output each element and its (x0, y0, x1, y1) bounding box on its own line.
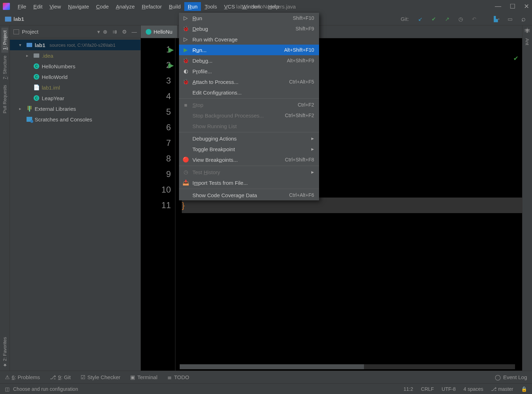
git-pull-icon[interactable]: ↙ (417, 16, 424, 23)
editor-h-scrollbar[interactable] (180, 364, 515, 369)
project-panel-title[interactable]: Project (22, 29, 94, 35)
left-tool-gutter: 1: Project7: StructurePull Requests ★ 2:… (0, 25, 10, 371)
indent-setting[interactable]: 4 spaces (463, 386, 483, 392)
run-menu-show-code-coverage-data[interactable]: Show Code Coverage DataCtrl+Alt+F6 (179, 190, 319, 200)
run-menu-import-tests-from-file---[interactable]: 📥Import Tests from File... (179, 177, 319, 188)
git-push-icon[interactable]: ↗ (444, 16, 451, 23)
menu-vcs[interactable]: VCS (220, 2, 238, 11)
ant-icon: 🕷 (525, 28, 530, 34)
class-icon (146, 29, 151, 35)
git-branch[interactable]: ⎇ master (491, 386, 513, 392)
run-menu-view-breakpoints---[interactable]: 🔴View Breakpoints...Ctrl+Shift+F8 (179, 154, 319, 165)
tree-item-leapyear[interactable]: CLeapYear (10, 93, 140, 103)
run-menu-popup: ▷RunShift+F10🐞DebugShift+F9▷Run with Cov… (179, 13, 319, 200)
file-encoding[interactable]: UTF-8 (442, 386, 456, 392)
event-log-icon: ◯ (495, 374, 501, 381)
menu-code[interactable]: Code (93, 2, 112, 11)
hide-icon[interactable]: — (132, 29, 137, 35)
run-menu-debug---[interactable]: 🐞Debug...Alt+Shift+F9 (179, 55, 319, 66)
search-everywhere-icon[interactable]: ⌕ (520, 16, 527, 23)
lock-icon[interactable]: 🔒 (521, 386, 527, 392)
close-icon[interactable]: ✕ (524, 2, 529, 10)
status-bar: ◫ Choose and run configuration 11:2 CRLF… (0, 383, 532, 394)
sidebar-tab-1--project[interactable]: 1: Project (1, 28, 8, 53)
status-message: Choose and run configuration (13, 386, 78, 392)
run-menu-show-running-list: Show Running List (179, 121, 319, 131)
run-menu-test-history: ◷Test History▸ (179, 167, 319, 177)
bottom-tool-strip: ⚠6: Problems⎇9: Git☑Style Checker▣Termin… (0, 371, 532, 383)
menu-refactor[interactable]: Refactor (138, 2, 166, 11)
caret-position[interactable]: 11:2 (404, 386, 413, 392)
tree-root-label: lab1 (35, 42, 45, 48)
app-icon (3, 3, 10, 10)
minimize-icon[interactable]: — (495, 2, 501, 10)
toolbar-right: Git: ↙ ✔ ↗ ◷ ↶ ▙▪ ▭ ⌕ (401, 16, 527, 23)
menu-analyze[interactable]: Analyze (112, 2, 138, 11)
tree-item--idea[interactable]: ▸.idea (10, 50, 140, 61)
tool-style-checker[interactable]: ☑Style Checker (81, 374, 120, 381)
menu-file[interactable]: File (14, 2, 30, 11)
editor-tab-hellonumbers[interactable]: HelloNu (141, 25, 178, 38)
sidebar-tab-pull-requests[interactable]: Pull Requests (1, 82, 8, 116)
menu-navigate[interactable]: Navigate (64, 2, 92, 11)
tool-todo[interactable]: ≣TODO (167, 374, 189, 381)
tree-item-hellonumbers[interactable]: CHelloNumbers (10, 61, 140, 72)
window-title: lab1 - HelloNumbers.java (236, 4, 296, 10)
folder-icon (5, 17, 11, 22)
run-menu-stop: ■StopCtrl+F2 (179, 99, 319, 110)
window-controls: — ☐ ✕ (495, 2, 529, 10)
run-menu-debug[interactable]: 🐞DebugShift+F9 (179, 23, 319, 34)
settings-icon[interactable]: ⚙ (122, 29, 127, 35)
run-menu-stop-background-processes---: Stop Background Processes...Ctrl+Shift+F… (179, 110, 319, 121)
breadcrumb[interactable]: lab1 (13, 16, 24, 22)
undo-icon[interactable]: ↶ (470, 16, 478, 23)
event-log-button[interactable]: ◯ Event Log (495, 374, 527, 381)
menu-tools[interactable]: Tools (201, 2, 220, 11)
tool-terminal[interactable]: ▣Terminal (130, 374, 157, 381)
run-menu-debugging-actions[interactable]: Debugging Actions▸ (179, 133, 319, 144)
project-view-icon (13, 29, 19, 34)
run-menu-run---[interactable]: ▶Run...Alt+Shift+F10 (179, 45, 319, 55)
maximize-icon[interactable]: ☐ (510, 2, 515, 10)
run-anything-icon[interactable]: ▭ (507, 16, 514, 23)
tree-external-libraries[interactable]: ▸ External Libraries (10, 103, 140, 114)
project-panel-header: Project ▾ ⊕ ⇉ ⚙ — (10, 25, 140, 38)
project-panel: Project ▾ ⊕ ⇉ ⚙ — ▾ lab1 sources root, C… (10, 25, 141, 371)
tree-scratches[interactable]: Scratches and Consoles (10, 114, 140, 125)
gutter-run-icon[interactable]: ▶ (168, 42, 174, 57)
run-menu-run[interactable]: ▷RunShift+F10 (179, 13, 319, 23)
git-label: Git: (401, 16, 409, 22)
run-menu-run-with-coverage[interactable]: ▷Run with Coverage (179, 34, 319, 45)
editor-tab-label: HelloNu (154, 29, 172, 35)
tool-9--git[interactable]: ⎇9: Git (50, 374, 71, 381)
sidebar-tab-favorites[interactable]: ★ 2: Favorites (1, 334, 8, 371)
project-structure-icon[interactable]: ▙▪ (493, 16, 500, 23)
gutter-run-icon[interactable]: ▶ (168, 57, 174, 73)
project-tree: ▾ lab1 sources root, C:\X\fa20-s26\lab1 … (10, 38, 140, 126)
locate-icon[interactable]: ⊕ (103, 29, 108, 35)
right-tool-gutter: 🕷 Ant (522, 25, 532, 371)
run-menu-edit-configurations---[interactable]: Edit Configurations... (179, 87, 319, 98)
tree-item-lab1-iml[interactable]: 📄lab1.iml (10, 82, 140, 93)
run-menu-attach-to-process---[interactable]: 🐞Attach to Process...Ctrl+Alt+F5 (179, 76, 319, 87)
git-commit-icon[interactable]: ✔ (430, 16, 437, 23)
tree-root-hint: sources root, C:\X\fa20-s26\lab1 (50, 42, 115, 48)
run-menu-profile---[interactable]: ◐Profile... (179, 66, 319, 76)
tool-6--problems[interactable]: ⚠6: Problems (5, 374, 40, 381)
tree-root[interactable]: ▾ lab1 sources root, C:\X\fa20-s26\lab1 (10, 40, 140, 50)
history-icon[interactable]: ◷ (457, 16, 464, 23)
collapse-icon[interactable]: ⇉ (112, 29, 117, 35)
inspection-ok-icon[interactable]: ✔ (513, 55, 519, 62)
sidebar-tab-ant[interactable]: Ant (524, 35, 531, 48)
line-separator[interactable]: CRLF (421, 386, 434, 392)
tree-item-helloworld[interactable]: CHelloWorld (10, 72, 140, 82)
editor-gutter: 1234567891011▶▶ (141, 38, 175, 371)
menu-edit[interactable]: Edit (30, 2, 46, 11)
menubar: FileEditViewNavigateCodeAnalyzeRefactorB… (0, 0, 532, 13)
menu-run[interactable]: Run (184, 2, 201, 11)
menu-view[interactable]: View (46, 2, 64, 11)
menu-build[interactable]: Build (165, 2, 184, 11)
sidebar-tab-7--structure[interactable]: 7: Structure (1, 53, 8, 82)
status-tool-windows-icon[interactable]: ◫ (5, 386, 10, 392)
run-menu-toggle-breakpoint[interactable]: Toggle Breakpoint▸ (179, 144, 319, 154)
